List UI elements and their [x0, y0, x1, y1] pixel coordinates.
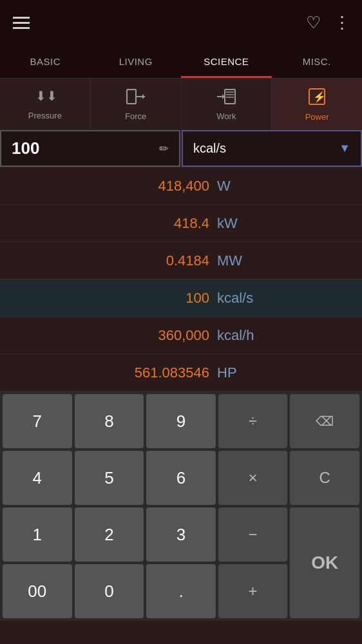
result-unit-kcalh: kcal/h — [217, 327, 269, 344]
numpad-backspace[interactable]: ⌫ — [290, 394, 359, 448]
power-icon: ⚡ — [307, 88, 327, 108]
result-value-kw: 418.4 — [93, 215, 209, 232]
subtab-pressure[interactable]: ⬇⬇ Pressure — [0, 79, 91, 130]
selected-unit: kcal/s — [193, 141, 226, 156]
numpad-6[interactable]: 6 — [146, 451, 216, 505]
result-unit-mw: MW — [217, 252, 269, 269]
svg-rect-1 — [127, 90, 136, 104]
results-list: 418,400 W 418.4 kW 0.4184 MW 100 kcal/s … — [0, 167, 362, 392]
numpad-add[interactable]: + — [218, 564, 288, 618]
result-unit-hp: HP — [217, 365, 269, 381]
numpad-0[interactable]: 0 — [75, 564, 144, 618]
dropdown-arrow-icon: ▼ — [339, 142, 350, 155]
numpad-divide[interactable]: ÷ — [218, 394, 288, 448]
value-input-field[interactable]: 100 ✏ — [0, 130, 180, 167]
numpad-4[interactable]: 4 — [3, 451, 72, 505]
more-options-icon[interactable]: ⋮ — [334, 13, 349, 33]
numpad-7[interactable]: 7 — [3, 394, 72, 448]
force-icon — [126, 88, 146, 108]
result-value-hp: 561.083546 — [93, 365, 209, 381]
menu-icon[interactable] — [13, 17, 30, 29]
result-row-kcalh[interactable]: 360,000 kcal/h — [0, 317, 362, 354]
result-unit-kcals: kcal/s — [217, 290, 269, 307]
input-value: 100 — [12, 138, 153, 158]
numpad-1[interactable]: 1 — [3, 507, 72, 562]
svg-text:⚡: ⚡ — [313, 91, 326, 103]
result-row-kw[interactable]: 418.4 kW — [0, 205, 362, 242]
numpad-9[interactable]: 9 — [146, 394, 216, 448]
work-icon — [216, 88, 236, 108]
subtab-power-label: Power — [305, 112, 329, 122]
numpad-3[interactable]: 3 — [146, 507, 216, 562]
result-value-kcals: 100 — [93, 290, 209, 307]
main-tab-bar: BASIC LIVING SCIENCE MISC. — [0, 45, 362, 79]
numpad-5[interactable]: 5 — [75, 451, 144, 505]
result-value-kcalh: 360,000 — [93, 327, 209, 344]
subtab-force-label: Force — [125, 111, 146, 121]
numpad-2[interactable]: 2 — [75, 507, 144, 562]
backspace-icon: ⌫ — [316, 413, 334, 429]
result-row-hp[interactable]: 561.083546 HP — [0, 354, 362, 392]
numpad-clear[interactable]: C — [290, 451, 359, 505]
subtab-power[interactable]: ⚡ Power — [272, 79, 362, 130]
result-unit-kw: kW — [217, 215, 269, 232]
result-value-w: 418,400 — [93, 178, 209, 194]
pressure-icon: ⬇⬇ — [35, 89, 55, 107]
subtab-pressure-label: Pressure — [28, 111, 62, 120]
header: ♡ ⋮ — [0, 0, 362, 45]
result-row-w[interactable]: 418,400 W — [0, 167, 362, 205]
subtab-work[interactable]: Work — [182, 79, 272, 130]
edit-icon[interactable]: ✏ — [159, 142, 169, 156]
input-row: 100 ✏ kcal/s ▼ — [0, 130, 362, 167]
result-row-mw[interactable]: 0.4184 MW — [0, 242, 362, 279]
tab-basic[interactable]: BASIC — [0, 45, 91, 78]
unit-selector[interactable]: kcal/s ▼ — [182, 130, 362, 167]
numpad-dot[interactable]: . — [146, 564, 216, 618]
subtab-force[interactable]: Force — [91, 79, 182, 130]
sub-tab-bar: ⬇⬇ Pressure Force Work — [0, 79, 362, 130]
numpad-multiply[interactable]: × — [218, 451, 288, 505]
numpad: 7 8 9 ÷ ⌫ 4 5 6 × C 1 2 3 − OK 00 0 . + — [0, 392, 362, 621]
tab-science[interactable]: SCIENCE — [181, 45, 272, 78]
tab-living[interactable]: LIVING — [91, 45, 182, 78]
result-value-mw: 0.4184 — [93, 252, 209, 269]
favorite-icon[interactable]: ♡ — [306, 13, 321, 33]
svg-marker-3 — [142, 94, 145, 99]
numpad-ok[interactable]: OK — [290, 507, 359, 618]
numpad-00[interactable]: 00 — [3, 564, 72, 618]
result-unit-w: W — [217, 178, 269, 194]
svg-text:⬇⬇: ⬇⬇ — [35, 89, 55, 103]
numpad-subtract[interactable]: − — [218, 507, 288, 562]
tab-misc[interactable]: MISC. — [272, 45, 363, 78]
subtab-work-label: Work — [216, 111, 236, 121]
numpad-8[interactable]: 8 — [75, 394, 144, 448]
result-row-kcals[interactable]: 100 kcal/s — [0, 279, 362, 317]
